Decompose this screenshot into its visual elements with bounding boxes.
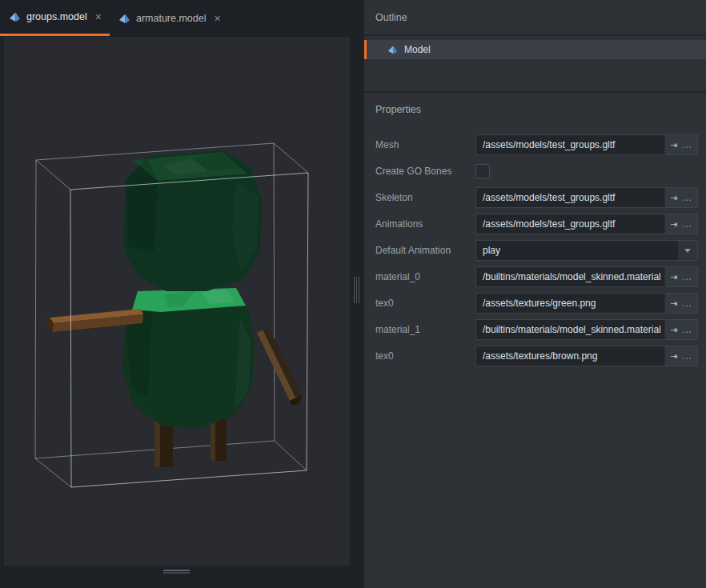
browse-resource-button[interactable]: … <box>682 219 692 229</box>
browse-resource-button[interactable]: … <box>682 272 692 282</box>
model-3d-render <box>4 37 350 566</box>
model-icon <box>118 13 130 24</box>
property-row: material_1/builtins/materials/model_skin… <box>375 319 698 340</box>
property-label: Skeleton <box>375 192 475 203</box>
property-label: Create GO Bones <box>375 166 475 177</box>
resource-field[interactable]: /assets/models/test_groups.gltf <box>475 187 664 208</box>
resource-value: /assets/textures/green.png <box>483 298 596 309</box>
property-row: material_0/builtins/materials/model_skin… <box>375 266 698 287</box>
resource-field-group: /builtins/materials/model_skinned.materi… <box>475 319 698 340</box>
resource-value: /builtins/materials/model_skinned.materi… <box>483 324 661 335</box>
resource-field[interactable]: /builtins/materials/model_skinned.materi… <box>475 319 664 340</box>
properties-title: Properties <box>375 104 698 116</box>
defold-editor-window: { "tabbar": { "tabs": [ {"label": "group… <box>0 0 706 588</box>
tree-model-mesh <box>46 150 302 467</box>
resource-field[interactable]: /assets/textures/brown.png <box>475 346 664 366</box>
browse-resource-button[interactable]: … <box>682 325 692 334</box>
resource-buttons: ⇥… <box>664 214 698 234</box>
dropdown-value: play <box>483 245 500 256</box>
properties-rows: Mesh/assets/models/test_groups.gltf⇥…Cre… <box>375 134 698 366</box>
property-label: material_1 <box>375 324 475 335</box>
dropdown-caret-zone[interactable] <box>678 241 697 260</box>
property-label: Mesh <box>375 139 475 150</box>
browse-resource-button[interactable]: … <box>682 298 692 308</box>
property-label: tex0 <box>375 298 475 309</box>
create-go-bones-checkbox[interactable] <box>475 164 490 178</box>
property-row: Default Animationplay <box>375 240 698 261</box>
property-row: Skeleton/assets/models/test_groups.gltf⇥… <box>375 187 698 208</box>
property-label: Default Animation <box>375 245 475 256</box>
outline-header: Outline <box>364 0 706 36</box>
open-resource-button[interactable]: ⇥ <box>670 141 677 150</box>
resource-field-group: /assets/textures/brown.png⇥… <box>475 346 698 366</box>
resource-field[interactable]: /assets/models/test_groups.gltf <box>475 214 664 234</box>
inspector-panel: Outline Model Properties Mesh/assets/mod… <box>364 0 706 588</box>
resource-value: /builtins/materials/model_skinned.materi… <box>483 271 661 282</box>
property-row: tex0/assets/textures/green.png⇥… <box>375 293 698 314</box>
browse-resource-button[interactable]: … <box>682 351 692 361</box>
editor-tab-bar: groups.model×armature.model× <box>0 0 350 36</box>
tab-label: groups.model <box>26 11 87 22</box>
resource-value: /assets/models/test_groups.gltf <box>483 139 615 150</box>
property-row: tex0/assets/textures/brown.png⇥… <box>375 346 698 366</box>
vertical-splitter-handle[interactable] <box>354 277 360 303</box>
browse-resource-button[interactable]: … <box>682 193 692 202</box>
tab-label: armature.model <box>136 13 207 24</box>
resource-buttons: ⇥… <box>664 346 698 366</box>
property-label: Animations <box>375 218 475 230</box>
outline-title: Outline <box>375 12 407 23</box>
property-row: Mesh/assets/models/test_groups.gltf⇥… <box>375 134 698 155</box>
property-row: Animations/assets/models/test_groups.glt… <box>375 214 698 234</box>
open-resource-button[interactable]: ⇥ <box>670 352 677 361</box>
resource-value: /assets/textures/brown.png <box>483 350 597 362</box>
open-resource-button[interactable]: ⇥ <box>670 273 677 282</box>
resource-buttons: ⇥… <box>664 266 698 287</box>
close-icon[interactable]: × <box>214 13 220 24</box>
editor-tab[interactable]: groups.model× <box>0 0 110 36</box>
default-animation-dropdown[interactable]: play <box>475 240 698 261</box>
resource-value: /assets/models/test_groups.gltf <box>483 192 615 203</box>
model-icon <box>9 11 21 22</box>
resource-field-group: /builtins/materials/model_skinned.materi… <box>475 266 698 287</box>
outline-tree: Model <box>364 40 706 93</box>
resource-field[interactable]: /builtins/materials/model_skinned.materi… <box>475 266 664 287</box>
properties-section: Properties Mesh/assets/models/test_group… <box>364 104 706 366</box>
property-label: tex0 <box>375 350 475 362</box>
resource-field-group: /assets/models/test_groups.gltf⇥… <box>475 214 698 234</box>
open-resource-button[interactable]: ⇥ <box>670 220 677 229</box>
property-label: material_0 <box>375 271 475 282</box>
resource-buttons: ⇥… <box>664 134 698 155</box>
open-resource-button[interactable]: ⇥ <box>670 194 677 202</box>
outline-item-label: Model <box>404 44 431 55</box>
resource-buttons: ⇥… <box>664 319 698 340</box>
editor-tab[interactable]: armature.model× <box>110 0 229 36</box>
outline-item-model[interactable]: Model <box>364 40 706 59</box>
resource-value: /assets/models/test_groups.gltf <box>483 218 615 230</box>
chevron-down-icon <box>684 249 691 253</box>
horizontal-splitter-handle[interactable] <box>163 570 190 574</box>
resource-field-group: /assets/textures/green.png⇥… <box>475 293 698 314</box>
resource-field[interactable]: /assets/textures/green.png <box>475 293 664 314</box>
property-row: Create GO Bones <box>375 161 698 182</box>
model-icon <box>387 45 398 54</box>
resource-field-group: /assets/models/test_groups.gltf⇥… <box>475 134 698 155</box>
resource-field[interactable]: /assets/models/test_groups.gltf <box>475 134 664 155</box>
open-resource-button[interactable]: ⇥ <box>670 326 677 334</box>
browse-resource-button[interactable]: … <box>682 140 692 150</box>
open-resource-button[interactable]: ⇥ <box>670 299 677 308</box>
scene-viewport[interactable] <box>4 37 350 566</box>
resource-buttons: ⇥… <box>664 293 698 314</box>
close-icon[interactable]: × <box>95 11 102 22</box>
resource-field-group: /assets/models/test_groups.gltf⇥… <box>475 187 698 208</box>
resource-buttons: ⇥… <box>664 187 698 208</box>
